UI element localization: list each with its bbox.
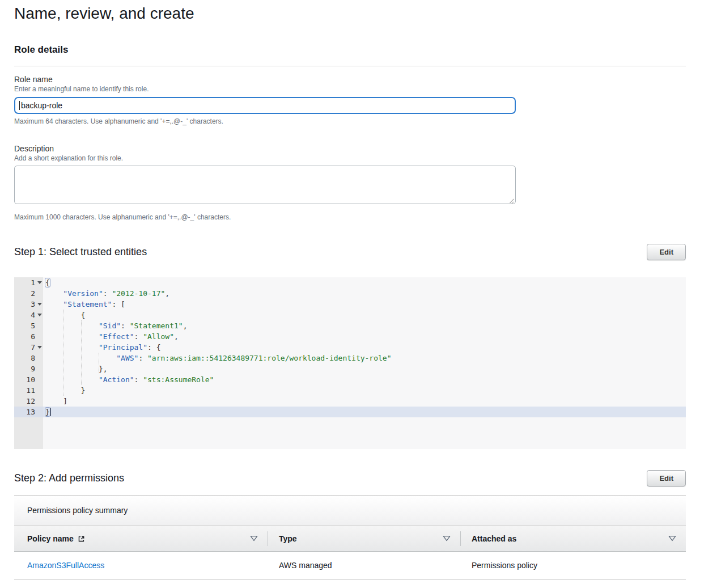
column-header-attached-as[interactable]: Attached as [460,526,686,551]
section-divider [14,66,686,66]
step1-edit-button[interactable]: Edit [647,244,686,260]
step2-header-row: Step 2: Add permissions Edit [14,470,686,487]
main-content: Name, review, and create Role details Ro… [0,5,704,579]
column-header-label: Policy name [27,534,74,543]
step1-heading: Step 1: Select trusted entities [14,246,147,258]
editor-code-line-5[interactable]: "Sid": "Statement1", [43,320,686,331]
description-help: Add a short explanation for this role. [14,154,516,162]
code-fold-toggle-icon[interactable] [37,346,42,349]
editor-line-number-3: 3 [14,299,43,310]
role-name-label: Role name [14,75,516,84]
permissions-policy-summary-panel: Permissions policy summary Policy nameTy… [14,495,686,579]
editor-code-line-2[interactable]: "Version": "2012-10-17", [43,288,686,299]
description-hint: Maximum 1000 characters. Use alphanumeri… [14,213,516,221]
role-name-help: Enter a meaningful name to identify this… [14,85,516,93]
column-filter-icon[interactable] [443,535,451,542]
editor-code-line-6[interactable]: "Effect": "Allow", [43,331,686,342]
table-row: AmazonS3FullAccessAWS managedPermissions… [14,552,686,579]
editor-line-number-12: 12 [14,396,43,407]
editor-code-line-1[interactable]: { [43,277,686,288]
editor-code-line-13[interactable]: } [43,407,686,417]
editor-line-number-4: 4 [14,310,43,320]
step1-header-row: Step 1: Select trusted entities Edit [14,244,686,260]
policy-name-link[interactable]: AmazonS3FullAccess [27,561,104,570]
editor-line-number-8: 8 [14,353,43,363]
editor-line-number-6: 6 [14,331,43,342]
editor-cursor [50,408,52,416]
page-title: Name, review, and create [14,5,686,23]
panel-title: Permissions policy summary [27,506,128,515]
editor-code[interactable]: { "Version": "2012-10-17", "Statement": … [43,277,686,449]
description-field: Description Add a short explanation for … [14,144,516,221]
editor-line-number-10: 10 [14,374,43,385]
column-separator [268,531,268,546]
editor-code-line-4[interactable]: { [43,310,686,320]
table-body: AmazonS3FullAccessAWS managedPermissions… [14,552,686,579]
trust-policy-json-editor[interactable]: 12345678910111213 { "Version": "2012-10-… [14,277,686,449]
code-fold-toggle-icon[interactable] [37,303,42,306]
editor-gutter: 12345678910111213 [14,277,43,449]
editor-code-line-9[interactable]: }, [43,363,686,374]
column-filter-icon[interactable] [250,535,258,542]
editor-code-line-12[interactable]: ] [43,396,686,407]
editor-line-number-7: 7 [14,342,43,353]
editor-line-number-13: 13 [14,407,43,417]
description-label: Description [14,144,516,153]
editor-code-line-3[interactable]: "Statement": [ [43,299,686,310]
editor-line-number-11: 11 [14,385,43,396]
external-link-icon [78,535,85,543]
column-header-label: Type [279,534,297,543]
editor-line-number-5: 5 [14,320,43,331]
column-filter-icon[interactable] [668,535,676,542]
role-details-heading: Role details [14,44,686,56]
editor-code-line-10[interactable]: "Action": "sts:AssumeRole" [43,374,686,385]
editor-line-number-1: 1 [14,277,43,288]
column-header-type[interactable]: Type [268,526,460,551]
editor-line-number-9: 9 [14,363,43,374]
step2-heading: Step 2: Add permissions [14,472,124,484]
column-header-policy-name[interactable]: Policy name [14,526,268,551]
editor-code-line-11[interactable]: } [43,385,686,396]
code-fold-toggle-icon[interactable] [37,281,42,284]
policy-type-cell: AWS managed [268,561,460,570]
editor-line-number-2: 2 [14,288,43,299]
role-name-hint: Maximum 64 characters. Use alphanumeric … [14,117,516,125]
text-caret [19,101,20,110]
step2-edit-button[interactable]: Edit [647,470,686,487]
table-header-row: Policy nameTypeAttached as [14,526,686,552]
editor-code-line-7[interactable]: "Principal": { [43,342,686,353]
description-textarea[interactable] [14,166,516,204]
attached-as-cell: Permissions policy [460,561,686,570]
resize-grip-icon[interactable] [509,198,514,204]
editor-code-line-8[interactable]: "AWS": "arn:aws:iam::541263489771:role/w… [43,353,686,363]
column-separator [460,531,461,546]
role-name-input[interactable] [14,97,516,114]
column-header-label: Attached as [472,534,516,543]
role-name-field: Role name Enter a meaningful name to ide… [14,75,516,125]
code-fold-toggle-icon[interactable] [37,314,42,316]
panel-header: Permissions policy summary [14,496,686,526]
